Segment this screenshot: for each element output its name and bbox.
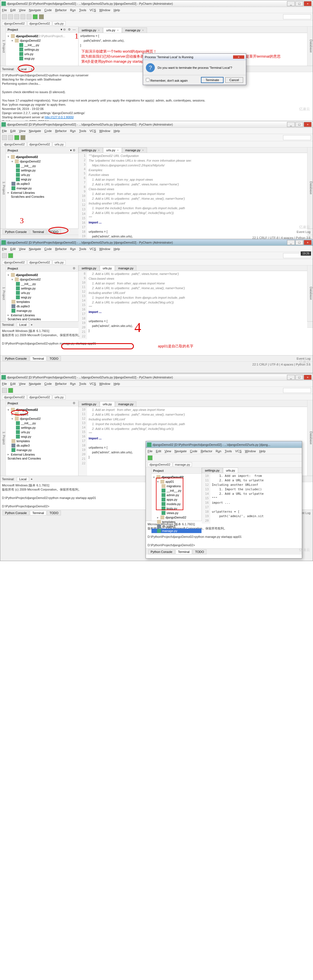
tab-manage[interactable]: manage.py [115,266,137,271]
tree-file-wsgi[interactable]: wsgi.py [6,177,78,181]
terminal-add-tab[interactable]: + [31,323,32,326]
search-input[interactable] [283,14,311,19]
terminal-tab-local[interactable]: Local [17,477,29,481]
crumb-project[interactable]: djangoDemo02 [148,462,172,467]
tree-file-init[interactable]: __init__.py [6,421,78,425]
project-tool-button[interactable]: 1: Project [0,27,6,66]
menu-refactor[interactable]: Refactor [55,247,67,251]
python-console-tab[interactable]: Python Console [3,511,29,515]
run-icon[interactable] [148,455,153,460]
tree-folder-main[interactable]: ▸djangoDemo02 [151,515,202,520]
menu-run[interactable]: Run [70,8,76,12]
menu-tools[interactable]: Tools [79,129,86,132]
menu-refactor[interactable]: Refactor [55,8,67,12]
close-button[interactable]: × [304,375,311,380]
menu-view[interactable]: View [19,129,26,132]
open-icon[interactable] [2,388,7,393]
tree-file-manage[interactable]: manage.py [6,309,78,313]
menu-help[interactable]: Help [113,8,120,12]
menu-navigate[interactable]: Navigate [29,382,41,385]
menu-window[interactable]: Window [245,449,256,453]
tree-folder-templates[interactable]: templates [6,439,78,443]
run-icon[interactable] [14,135,19,140]
terminal-add-tab[interactable]: + [31,477,32,481]
crumb-file[interactable]: urls.py [52,395,65,399]
menu-view[interactable]: View [19,8,26,12]
menu-tools[interactable]: Tools [79,382,86,385]
tree-external-libs[interactable]: ▸External Libraries [6,452,78,457]
debug-icon[interactable] [21,135,25,140]
maximize-button[interactable]: □ [296,240,303,245]
menu-navigate[interactable]: Navigate [29,129,41,132]
close-icon[interactable]: × [117,29,119,32]
todo-tab[interactable]: TODO [47,356,61,361]
tab-settings[interactable]: settings.py [78,266,100,271]
crumb-module[interactable]: djangoDemo02 [27,260,52,264]
tree-file-db[interactable]: db.sqlite3 [151,524,202,528]
tree-file-db[interactable]: db.sqlite3 [6,304,78,309]
todo-tab[interactable]: TODO [47,229,61,234]
menu-navigate[interactable]: Navigate [29,247,41,251]
crumb-file[interactable]: urls.py [52,21,65,26]
open-icon[interactable] [2,253,7,258]
tree-root[interactable]: ▾djangoDemo02 D:\Python\Project\... [6,34,78,38]
run-icon[interactable] [8,388,13,393]
menu-vcs[interactable]: VCS [235,449,242,453]
tree-root[interactable]: ▾djangoDemo02 [6,273,78,277]
gear-icon[interactable]: ⚙ [68,28,72,32]
menu-code[interactable]: Code [44,129,52,132]
tree-folder-main[interactable]: ▾djangoDemo02 [6,417,78,421]
close-button[interactable]: × [304,1,311,6]
tree-file-urls[interactable]: urls.py [6,173,78,177]
crumb-file[interactable]: urls.py [52,142,65,146]
terminal-tab[interactable]: Terminal [30,229,47,234]
tree-file-manage[interactable]: manage.py [6,186,78,191]
tab-urls[interactable]: urls.py× [103,27,122,33]
collapse-icon[interactable]: ⊖ [63,28,67,32]
open-icon[interactable] [2,135,7,140]
menu-edit[interactable]: Edit [10,8,16,12]
tree-external-libs[interactable]: ▸External Libraries [6,191,78,195]
tree-file-urls[interactable]: urls.py [6,52,78,56]
menu-run[interactable]: Run [70,382,76,385]
tree-file-settings[interactable]: settings.py [6,47,78,52]
tree-file-db[interactable]: db.sqlite3 [6,443,78,448]
run-icon[interactable] [8,253,13,258]
tree-scratches[interactable]: Scratches and Consoles [6,195,78,199]
code-editor[interactable]: 2. Add a URL to urlpatterns: path('', vi… [87,271,307,339]
tree-file-init[interactable]: __init__.py [6,164,78,168]
cancel-button[interactable]: Cancel [225,77,243,83]
tree-scratches[interactable]: Scratches and Consoles [6,317,78,321]
tree-folder-main[interactable]: ▾djangoDemo02 [6,159,78,164]
event-log-button[interactable]: Event Log [297,230,310,234]
menu-code[interactable]: Code [190,449,197,453]
close-icon[interactable]: × [98,29,100,32]
redo-icon[interactable] [27,14,32,19]
tree-file-urls[interactable]: urls.py [6,430,78,434]
menu-run[interactable]: Run [70,129,76,132]
menu-vcs[interactable]: VCS [90,8,96,12]
tree-file-manage[interactable]: manage.py [151,528,202,533]
python-console-tab[interactable]: Python Console [148,549,175,554]
minimize-button[interactable]: _ [287,375,295,380]
menu-edit[interactable]: Edit [10,247,16,251]
maximize-button[interactable]: □ [296,375,303,380]
tree-file-manage[interactable]: manage.py [6,448,78,452]
menu-help[interactable]: Help [113,382,120,385]
terminal-add-tab[interactable]: + [31,67,32,71]
search-input[interactable] [283,388,311,393]
tree-external-libs[interactable]: ▸External Libraries [6,313,78,317]
terminal-tab[interactable]: Terminal [175,549,192,554]
menu-view[interactable]: View [165,449,171,453]
inset-code[interactable]: 1. Add an import: from 2. Add a URL to u… [210,473,302,523]
terminal-tab[interactable]: Terminal [30,356,47,361]
tree-root[interactable]: ▾djangoDemo02 [6,407,78,412]
menu-refactor[interactable]: Refactor [55,129,67,132]
crumb-module[interactable]: djangoDemo02 [27,395,52,399]
menu-code[interactable]: Code [44,382,52,385]
python-console-tab[interactable]: Python Console [3,356,29,361]
open-icon[interactable] [2,14,7,19]
menu-window[interactable]: Window [99,8,110,12]
menu-file[interactable]: File [2,8,7,12]
close-icon[interactable]: × [117,148,119,152]
